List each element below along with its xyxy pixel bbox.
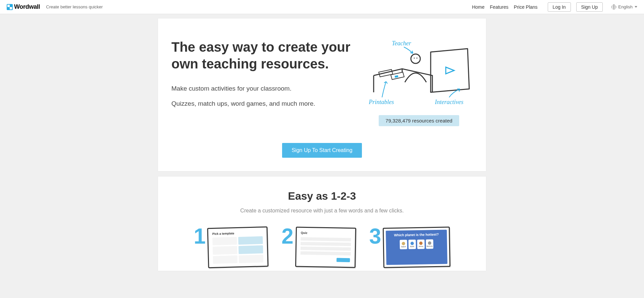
logo-link[interactable]: Wordwall [7,3,40,10]
top-nav: Home Features Price Plans Log In Sign Up… [472,2,637,12]
svg-point-2 [417,58,418,59]
step-2: 2 Quiz [281,227,356,267]
step-2-sketch: Quiz [295,227,356,268]
logo-icon [7,4,13,10]
nav-price-plans[interactable]: Price Plans [514,4,538,10]
step-3-sketch: Which planet is the hottest? Saturn Eart… [383,227,450,268]
step-1-sketch: Pick a template [207,227,269,268]
svg-point-0 [411,54,420,63]
quiz-options: Saturn Earth Venus Mercury [389,239,444,250]
hero-sub-2: Quizzes, match ups, word games, and much… [171,99,355,108]
svg-rect-3 [395,75,398,78]
step-1-number: 1 [194,227,206,245]
logo-area: Wordwall Create better lessons quicker [7,3,103,10]
signup-cta-button[interactable]: Sign Up To Start Creating [282,143,362,158]
svg-point-1 [414,58,415,59]
label-printables: Printables [369,99,394,105]
sketch-button-icon [336,258,350,262]
signup-button[interactable]: Sign Up [576,2,603,12]
nav-features[interactable]: Features [490,4,508,10]
quiz-screen: Which planet is the hottest? Saturn Eart… [386,230,448,265]
step-3: 3 Which planet is the hottest? Saturn Ea… [369,227,450,267]
language-label: English [618,4,633,9]
quiz-question: Which planet is the hottest? [389,233,444,238]
resources-created-badge: 79,328,479 resources created [379,115,459,126]
steps-row: 1 Pick a template 2 Quiz [171,227,473,267]
easy-title: Easy as 1-2-3 [171,190,473,202]
globe-icon [611,5,616,9]
chevron-down-icon [635,6,637,8]
step-2-number: 2 [281,227,293,245]
easy-section: Easy as 1-2-3 Create a customized resour… [158,176,486,271]
step-2-label: Quiz [301,231,307,235]
hero-sub-1: Make custom activities for your classroo… [171,84,355,93]
nav-home[interactable]: Home [472,4,484,10]
step-1-label: Pick a template [212,232,234,236]
step-1: 1 Pick a template [194,227,268,267]
label-interactives: Interactives [435,99,464,105]
teacher-illustration: Teacher Printables Interactives [365,39,473,109]
easy-subtitle: Create a customized resource with just a… [171,208,473,214]
tagline: Create better lessons quicker [46,4,103,9]
hero-illustration: Teacher Printables Interactives 79,328,4… [365,39,473,126]
hero-text: The easy way to create your own teaching… [171,39,355,126]
hero-title: The easy way to create your own teaching… [171,39,355,72]
login-button[interactable]: Log In [548,2,571,12]
step-3-number: 3 [369,227,381,245]
label-teacher: Teacher [392,40,411,47]
logo-text: Wordwall [14,3,40,10]
language-selector[interactable]: English [611,4,637,9]
hero-section: The easy way to create your own teaching… [158,18,486,171]
site-header: Wordwall Create better lessons quicker H… [0,0,644,14]
